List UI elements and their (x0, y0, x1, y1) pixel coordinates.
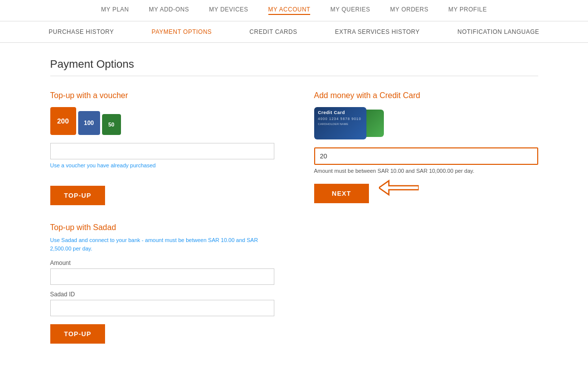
subnav-extra-services-history[interactable]: EXTRA SERVICES HISTORY (335, 28, 420, 35)
cc-holder: CARDHOLDER NAME (314, 123, 366, 126)
sadad-id-input[interactable] (50, 300, 274, 316)
nav-my-add-ons[interactable]: MY ADD-ONS (149, 6, 189, 15)
page-wrapper: MY PLAN MY ADD-ONS MY DEVICES MY ACCOUNT… (0, 0, 588, 377)
sadad-id-label: Sadad ID (50, 291, 274, 298)
subnav-credit-cards[interactable]: CREDIT CARDS (249, 28, 297, 35)
sadad-amount-input[interactable] (50, 268, 274, 285)
amount-input-wrapper (314, 147, 538, 165)
next-button[interactable]: NEXT (314, 184, 369, 203)
subnav-notification-language[interactable]: NOTIFICATION LANGUAGE (458, 28, 539, 35)
arrow-indicator (379, 179, 419, 198)
sadad-section-title: Top-up with Sadad (50, 223, 274, 232)
credit-card-image: Credit Card 4000 1234 5678 9010 CARDHOLD… (314, 107, 384, 139)
voucher-card-50: 50 (102, 114, 121, 135)
credit-card-amount-input[interactable] (315, 148, 537, 164)
credit-card-column: Add money with a Credit Card Credit Card… (314, 91, 538, 344)
nav-my-profile[interactable]: MY PROFILE (449, 6, 487, 15)
nav-my-orders[interactable]: MY ORDERS (390, 6, 429, 15)
sadad-topup-button[interactable]: TOP-UP (50, 324, 106, 344)
title-divider (50, 76, 538, 76)
sadad-section: Top-up with Sadad Use Sadad and connect … (50, 223, 274, 344)
nav-my-devices[interactable]: MY DEVICES (209, 6, 248, 15)
top-nav: MY PLAN MY ADD-ONS MY DEVICES MY ACCOUNT… (0, 0, 588, 21)
sadad-description: Use Sadad and connect to your bank - amo… (50, 236, 274, 252)
nav-my-account[interactable]: MY ACCOUNT (268, 6, 311, 15)
svg-marker-0 (379, 181, 419, 195)
credit-card-section-title: Add money with a Credit Card (314, 91, 538, 100)
next-button-row: NEXT (314, 174, 538, 203)
sub-nav: PURCHASE HISTORY PAYMENT OPTIONS CREDIT … (0, 21, 588, 43)
two-column-layout: Top-up with a voucher 200 100 50 Use a v… (50, 91, 538, 344)
voucher-hint: Use a voucher you have already purchased (50, 162, 274, 168)
nav-my-queries[interactable]: MY QUERIES (330, 6, 370, 15)
page-title: Payment Options (50, 58, 538, 71)
voucher-card-200: 200 (50, 107, 76, 135)
cc-number: 4000 1234 5678 9010 (314, 115, 366, 123)
subnav-purchase-history[interactable]: PURCHASE HISTORY (49, 28, 114, 35)
voucher-column: Top-up with a voucher 200 100 50 Use a v… (50, 91, 274, 344)
amount-hint: Amount must be between SAR 10.00 and SAR… (314, 168, 538, 174)
voucher-topup-button[interactable]: TOP-UP (50, 186, 106, 205)
subnav-payment-options[interactable]: PAYMENT OPTIONS (152, 28, 212, 35)
nav-my-plan[interactable]: MY PLAN (101, 6, 129, 15)
voucher-image: 200 100 50 (50, 107, 274, 135)
cc-label: Credit Card (314, 107, 366, 115)
amount-label: Amount (50, 259, 274, 266)
main-content: Payment Options Top-up with a voucher 20… (20, 43, 568, 374)
voucher-input[interactable] (50, 143, 274, 159)
credit-card-blue: Credit Card 4000 1234 5678 9010 CARDHOLD… (314, 107, 366, 139)
voucher-card-100: 100 (78, 111, 100, 135)
voucher-section-title: Top-up with a voucher (50, 91, 274, 100)
